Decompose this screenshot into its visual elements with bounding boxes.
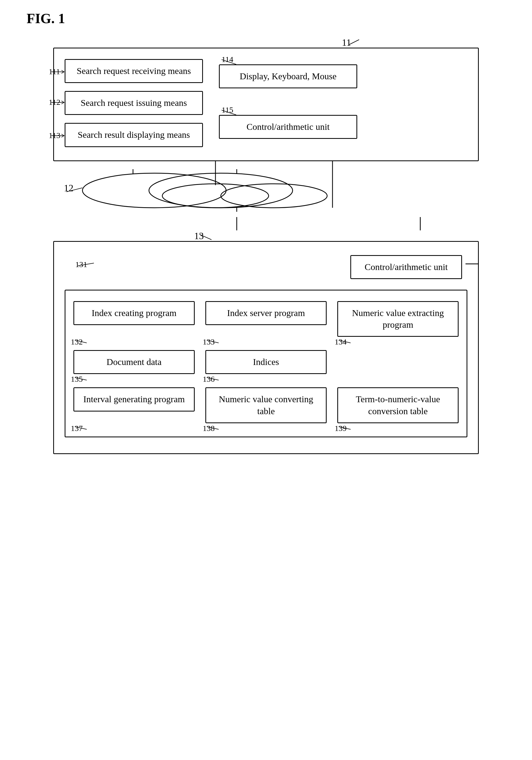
svg-line-28	[207, 427, 218, 429]
box-115: Control/arithmetic unit	[219, 115, 357, 139]
grid-row-3: Interval generating program 137 Numeric …	[73, 387, 459, 423]
grid-row-2: Document data 135 Indices 136	[73, 350, 459, 374]
box-112: Search request issuing means	[65, 91, 203, 115]
box-113-container: 113 Search result displaying means	[65, 123, 203, 147]
box-112-container: 112 Search request issuing means	[65, 91, 203, 115]
line-131-right	[465, 260, 479, 268]
box-133: Index server program	[205, 301, 327, 325]
arrow-135	[75, 372, 91, 381]
box-111-container: 111 Search request receiving means	[65, 59, 203, 83]
svg-line-27	[75, 427, 87, 429]
arrow-111	[51, 69, 66, 74]
box-114: Display, Keyboard, Mouse	[219, 64, 357, 88]
box-11: 111 Search request receiving means 112	[53, 48, 479, 161]
cell-135: Document data 135	[73, 350, 195, 374]
cell-134: Numeric value extracting program 134	[337, 301, 459, 337]
box-136: Indices	[205, 350, 327, 374]
box-114-container: 114 Display, Keyboard, Mouse	[219, 64, 357, 88]
box-135: Document data	[73, 350, 195, 374]
arrow-113	[51, 133, 66, 138]
grid-row-1: Index creating program 132 Index server …	[73, 301, 459, 337]
svg-point-12	[82, 173, 226, 208]
svg-line-22	[75, 340, 87, 343]
box-139: Term-to-numeric-value conversion table	[337, 387, 459, 423]
cell-133: Index server program 133	[205, 301, 327, 337]
svg-line-20	[78, 263, 94, 266]
box-111: Search request receiving means	[65, 59, 203, 83]
arrow-134	[339, 335, 355, 344]
figure-title: FIG. 1	[26, 11, 506, 26]
arrow-131	[78, 258, 105, 268]
cell-137: Interval generating program 137	[73, 387, 195, 423]
box-137: Interval generating program	[73, 387, 195, 411]
box-115-container: 115 Control/arithmetic unit	[219, 115, 357, 139]
svg-line-23	[207, 340, 218, 343]
arrow-136	[207, 372, 223, 381]
svg-line-5	[221, 110, 236, 115]
arrow-139	[339, 421, 355, 431]
diagram-wrapper: FIG. 1 11 111 Search	[26, 11, 506, 454]
arrow-138	[207, 421, 223, 431]
box-11-right: 114 Display, Keyboard, Mouse 115	[219, 59, 467, 139]
cell-empty	[337, 350, 459, 374]
svg-line-19	[200, 234, 212, 240]
cell-136: Indices 136	[205, 350, 327, 374]
svg-line-4	[221, 60, 236, 64]
arrow-112	[51, 100, 66, 105]
svg-line-29	[339, 427, 351, 429]
box-13: 131 Control/arithmetic unit Index creati…	[53, 241, 479, 454]
box-11-left: 111 Search request receiving means 112	[65, 59, 203, 147]
arrow-133	[207, 335, 223, 344]
box-113: Search result displaying means	[65, 123, 203, 147]
svg-point-13	[149, 173, 293, 208]
box-13-inner: Index creating program 132 Index server …	[65, 290, 467, 437]
connector-network-to-13	[53, 217, 479, 230]
arrow-132	[75, 335, 91, 344]
box-132: Index creating program	[73, 301, 195, 325]
svg-line-25	[75, 377, 87, 380]
cell-132: Index creating program 132	[73, 301, 195, 337]
svg-line-0	[349, 40, 359, 45]
arrow-137	[75, 421, 91, 431]
box-138: Numeric value converting table	[205, 387, 327, 423]
cell-139: Term-to-numeric-value conversion table 1…	[337, 387, 459, 423]
network-svg	[80, 169, 319, 212]
cell-138: Numeric value converting table 138	[205, 387, 327, 423]
svg-line-26	[207, 377, 218, 380]
box-134: Numeric value extracting program	[337, 301, 459, 337]
box-131-row: 131 Control/arithmetic unit	[65, 255, 467, 279]
arrow-13	[197, 230, 223, 241]
arrow-11	[335, 34, 367, 48]
svg-line-24	[339, 340, 351, 343]
box-131: Control/arithmetic unit	[350, 255, 462, 279]
